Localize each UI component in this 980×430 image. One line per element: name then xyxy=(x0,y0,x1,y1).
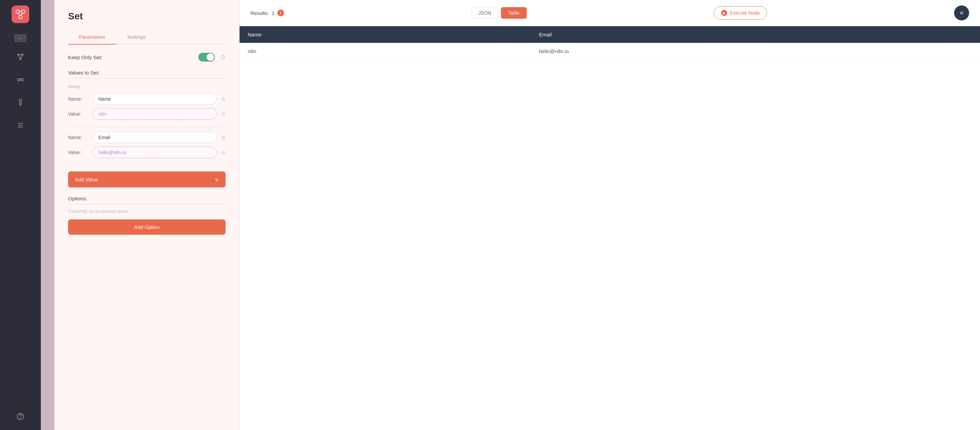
name-row-2: Name: ⚙ xyxy=(68,132,226,143)
values-section: Values to Set: String: Name: ⚙ Value: ⚙ xyxy=(68,70,226,166)
svg-rect-13 xyxy=(21,79,23,81)
svg-point-1 xyxy=(21,10,25,13)
cell-name: n8n xyxy=(240,43,531,60)
no-properties-text: Currently no properties exist xyxy=(68,208,226,214)
keep-only-set-toggle[interactable] xyxy=(198,53,215,62)
value-label-2: Value: xyxy=(68,150,89,155)
options-section-label: Options: xyxy=(68,195,226,205)
execute-node-button[interactable]: ▶ Execute Node xyxy=(714,6,767,20)
options-section: Options: Currently no properties exist xyxy=(68,195,226,214)
panel-title: Set xyxy=(68,11,226,22)
name-value-group-2: Name: ⚙ Value: ⚙ xyxy=(68,132,226,166)
svg-rect-12 xyxy=(18,79,20,81)
values-section-label: Values to Set: xyxy=(68,70,226,79)
tab-settings[interactable]: Settings xyxy=(116,30,156,44)
right-header: Results: 1 i JSON Table ▶ Execute Node × xyxy=(240,0,980,26)
value-input-2[interactable] xyxy=(92,147,217,158)
col-header-email: Email xyxy=(531,26,980,43)
name-row-1: Name: ⚙ xyxy=(68,93,226,105)
name-label-2: Name: xyxy=(68,135,89,140)
value-row-2: Value: ⚙ xyxy=(68,147,226,158)
table-header-row: Name Email xyxy=(240,26,980,43)
data-table: Name Email n8n hello@n8n.io xyxy=(240,26,980,60)
results-count: 1 xyxy=(272,10,274,16)
play-icon: ▶ xyxy=(721,10,727,16)
svg-line-10 xyxy=(19,55,21,58)
value-label-1: Value: xyxy=(68,111,89,117)
keep-only-set-gear-icon[interactable]: ⚙ xyxy=(220,53,226,61)
name-gear-icon-1[interactable]: ⚙ xyxy=(221,96,226,102)
execute-label: Execute Node xyxy=(730,10,760,16)
app-logo xyxy=(11,5,29,23)
name-value-group-1: Name: ⚙ Value: ⚙ xyxy=(68,93,226,128)
name-input-1[interactable] xyxy=(92,93,217,105)
tabs: Parameters Settings xyxy=(68,30,226,44)
panel-body: Keep Only Set: ⚙ Values to Set: String: … xyxy=(54,44,239,430)
keep-only-set-row: Keep Only Set: ⚙ xyxy=(68,53,226,62)
svg-point-2 xyxy=(19,15,22,19)
keep-only-set-label: Keep Only Set: xyxy=(68,54,102,60)
results-info: Results: 1 i xyxy=(250,10,284,16)
svg-line-11 xyxy=(21,55,22,58)
name-input-2[interactable] xyxy=(92,132,217,143)
value-row-1: Value: ⚙ xyxy=(68,108,226,120)
name-gear-icon-2[interactable]: ⚙ xyxy=(221,134,226,141)
view-buttons: JSON Table xyxy=(471,7,527,19)
name-label-1: Name: xyxy=(68,96,89,102)
panel-header: Set Parameters Settings xyxy=(54,0,239,44)
left-panel: Set Parameters Settings Keep Only Set: ⚙… xyxy=(54,0,240,430)
modal: Set Parameters Settings Keep Only Set: ⚙… xyxy=(54,0,980,430)
col-header-name: Name xyxy=(240,26,531,43)
right-panel: Results: 1 i JSON Table ▶ Execute Node ×… xyxy=(240,0,980,430)
sidebar-item-nodes[interactable] xyxy=(14,73,27,88)
tab-parameters[interactable]: Parameters xyxy=(68,30,116,44)
cell-email: hello@n8n.io xyxy=(531,43,980,60)
svg-point-8 xyxy=(20,59,21,60)
info-icon: i xyxy=(277,10,284,16)
add-option-label: Add Option xyxy=(134,224,159,230)
field-controls: ⚙ xyxy=(198,53,226,62)
sidebar-item-help[interactable] xyxy=(14,410,27,425)
add-option-button[interactable]: Add Option xyxy=(68,219,226,235)
table-container: Name Email n8n hello@n8n.io xyxy=(240,26,980,430)
add-value-chevron-icon: ∨ xyxy=(215,176,219,182)
view-json-button[interactable]: JSON xyxy=(471,7,498,19)
value-input-1[interactable] xyxy=(92,108,217,120)
close-modal-button[interactable]: × xyxy=(954,5,969,21)
svg-point-0 xyxy=(16,10,19,13)
sidebar-item-workflow[interactable] xyxy=(14,50,27,65)
add-value-button[interactable]: Add Value ∨ xyxy=(68,171,226,187)
value-gear-icon-1[interactable]: ⚙ xyxy=(221,111,226,117)
sidebar-toggle[interactable]: › xyxy=(14,34,27,42)
svg-line-4 xyxy=(18,13,20,16)
svg-line-5 xyxy=(21,13,22,16)
value-gear-icon-2[interactable]: ⚙ xyxy=(221,149,226,156)
svg-point-7 xyxy=(22,54,24,56)
svg-point-6 xyxy=(18,54,19,56)
sidebar-item-credentials[interactable] xyxy=(14,96,27,111)
svg-point-19 xyxy=(21,418,21,418)
add-value-label: Add Value xyxy=(75,176,98,182)
string-type-label: String: xyxy=(68,84,226,89)
sidebar-item-list[interactable] xyxy=(14,119,27,133)
view-table-button[interactable]: Table xyxy=(501,7,527,19)
table-row: n8n hello@n8n.io xyxy=(240,43,980,60)
sidebar: › xyxy=(0,0,41,430)
results-label: Results: xyxy=(250,10,269,16)
